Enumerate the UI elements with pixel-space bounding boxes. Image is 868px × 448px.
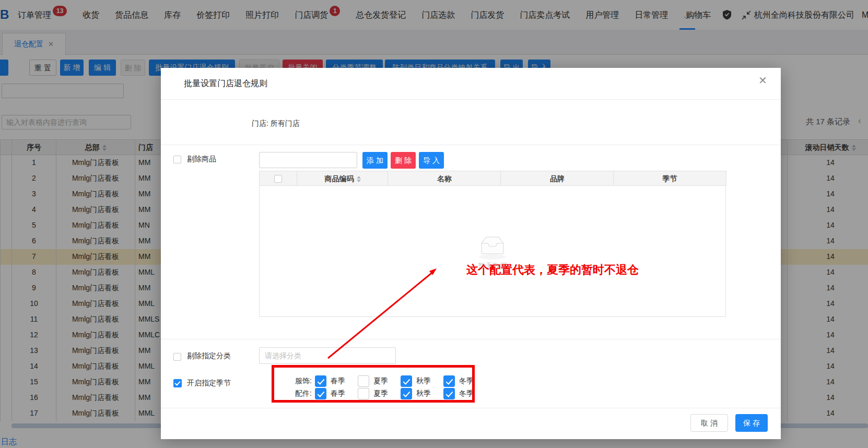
exclude-category-checkbox[interactable] bbox=[173, 353, 181, 361]
season-checkbox-秋季[interactable] bbox=[401, 375, 412, 387]
season-option: 冬季 bbox=[443, 375, 474, 387]
cancel-button[interactable]: 取 消 bbox=[690, 414, 728, 432]
product-button-1[interactable]: 删 除 bbox=[391, 152, 416, 169]
season-checkbox-春季[interactable] bbox=[315, 388, 326, 399]
exclude-category-label: 剔除指定分类 bbox=[187, 351, 231, 361]
enable-season-checkbox[interactable] bbox=[173, 379, 182, 387]
empty-box-icon bbox=[475, 234, 510, 260]
season-option-label: 夏季 bbox=[373, 376, 388, 386]
product-header-cell: 季节 bbox=[613, 171, 726, 186]
exclude-product-checkbox[interactable] bbox=[173, 156, 181, 163]
divider bbox=[161, 408, 781, 408]
season-checkbox-冬季[interactable] bbox=[443, 388, 455, 399]
season-row-0: 服饰:春季夏季秋季冬季 bbox=[288, 375, 486, 387]
season-option-label: 夏季 bbox=[373, 389, 388, 398]
save-button[interactable]: 保 存 bbox=[735, 414, 768, 432]
product-header-cell bbox=[259, 171, 297, 186]
product-button-0[interactable]: 添 加 bbox=[362, 152, 388, 169]
season-checkbox-夏季[interactable] bbox=[358, 375, 369, 387]
batch-return-rule-dialog: 批量设置门店退仓规则 ✕ 门店: 所有门店 剔除商品 添 加删 除导 入 商品编… bbox=[161, 68, 781, 439]
season-option: 冬季 bbox=[443, 388, 474, 399]
season-checkbox-冬季[interactable] bbox=[443, 375, 455, 387]
season-row-1: 配件:春季夏季秋季冬季 bbox=[288, 387, 486, 400]
store-label: 门店: bbox=[252, 119, 268, 127]
product-table-header: 商品编码名称品牌季节 bbox=[259, 171, 726, 186]
season-option: 春季 bbox=[315, 375, 345, 387]
product-code-input[interactable] bbox=[259, 152, 357, 168]
product-button-2[interactable]: 导 入 bbox=[419, 152, 444, 169]
dialog-title: 批量设置门店退仓规则 bbox=[184, 78, 267, 89]
season-rows: 服饰:春季夏季秋季冬季配件:春季夏季秋季冬季 bbox=[288, 375, 486, 400]
season-row-label: 配件: bbox=[288, 389, 312, 398]
product-header-cell: 品牌 bbox=[500, 171, 614, 186]
red-annotation-text: 这个配置代表，夏季的暂时不退仓 bbox=[466, 262, 639, 278]
season-option: 春季 bbox=[315, 388, 345, 399]
season-checkbox-春季[interactable] bbox=[315, 375, 326, 387]
season-option-label: 冬季 bbox=[459, 389, 474, 398]
product-header-cell: 名称 bbox=[388, 171, 501, 186]
exclude-product-label: 剔除商品 bbox=[187, 155, 216, 164]
season-option-label: 春季 bbox=[331, 389, 345, 398]
enable-season-label: 开启指定季节 bbox=[187, 379, 231, 388]
season-row-label: 服饰: bbox=[288, 376, 312, 386]
season-option: 秋季 bbox=[401, 375, 431, 387]
season-option: 夏季 bbox=[358, 375, 388, 387]
store-value: 所有门店 bbox=[271, 119, 300, 127]
divider bbox=[161, 145, 781, 145]
sort-caret-icon[interactable] bbox=[357, 176, 361, 182]
select-all-checkbox[interactable] bbox=[274, 175, 282, 183]
divider bbox=[161, 339, 781, 339]
season-checkbox-夏季[interactable] bbox=[358, 388, 369, 399]
category-select[interactable]: 请选择分类 bbox=[259, 347, 396, 364]
season-option-label: 秋季 bbox=[416, 389, 431, 398]
season-option: 秋季 bbox=[401, 388, 431, 399]
season-option-label: 春季 bbox=[331, 376, 345, 386]
season-option-label: 冬季 bbox=[459, 376, 474, 386]
store-scope-row: 门店: 所有门店 bbox=[252, 119, 300, 128]
category-select-placeholder: 请选择分类 bbox=[265, 351, 301, 360]
season-checkbox-秋季[interactable] bbox=[401, 388, 412, 399]
dialog-close-icon[interactable]: ✕ bbox=[758, 74, 767, 87]
season-option: 夏季 bbox=[358, 388, 388, 399]
divider bbox=[161, 99, 781, 100]
app-root: B 订单管理13收货货品信息库存价签打印照片打印门店调货1总仓发货登记门店选款门… bbox=[0, 0, 868, 448]
product-header-cell: 商品编码 bbox=[297, 171, 388, 186]
season-option-label: 秋季 bbox=[416, 376, 431, 386]
